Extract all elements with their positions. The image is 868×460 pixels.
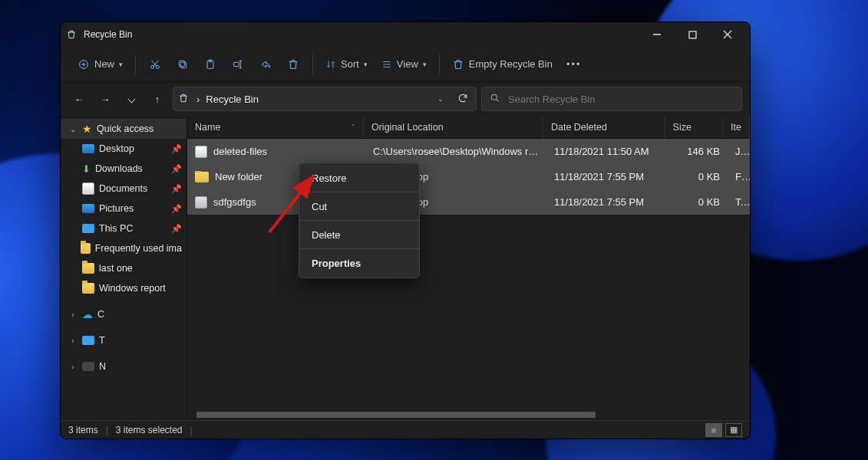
sidebar-item-label: T: [99, 335, 105, 346]
cell-size: 146 KB: [669, 146, 728, 157]
col-type[interactable]: Ite: [723, 116, 750, 138]
cell-name: sdfgsdfgs: [213, 196, 256, 208]
more-button[interactable]: •••: [560, 51, 588, 77]
forward-button[interactable]: →: [94, 88, 116, 110]
chevron-down-icon: ▾: [423, 61, 427, 68]
rename-button[interactable]: [225, 51, 251, 77]
sidebar-item-label: N: [99, 361, 106, 372]
ctx-properties[interactable]: Properties: [299, 251, 419, 274]
horizontal-scrollbar[interactable]: [187, 409, 750, 420]
recent-button[interactable]: [120, 88, 142, 110]
sort-label: Sort: [341, 58, 359, 70]
cell-loc: C:\Users\rosee\Desktop\Windows report\..…: [365, 146, 546, 157]
delete-button[interactable]: [280, 51, 306, 77]
desktop-icon: [82, 144, 94, 153]
pc-icon: [82, 336, 94, 345]
table-row[interactable]: sdfgsdfgs see\Desktop 11/18/2021 7:55 PM…: [187, 189, 750, 215]
sidebar-item-label: Downloads: [95, 163, 143, 174]
col-location[interactable]: Original Location: [364, 116, 543, 138]
view-button[interactable]: View ▾: [375, 51, 433, 77]
chevron-right-icon: ›: [68, 363, 78, 371]
empty-label: Empty Recycle Bin: [469, 58, 553, 70]
back-button[interactable]: ←: [68, 88, 90, 110]
copy-button[interactable]: [170, 51, 196, 77]
col-size[interactable]: Size: [665, 116, 723, 138]
cell-type: Te: [728, 196, 750, 208]
sidebar-item-desktop[interactable]: Desktop📌: [61, 139, 186, 159]
cell-date: 11/18/2021 7:55 PM: [546, 196, 669, 208]
status-selected: 3 items selected: [116, 425, 183, 435]
svg-rect-1: [689, 31, 696, 38]
empty-recycle-bin-button[interactable]: Empty Recycle Bin: [446, 51, 559, 77]
paste-button[interactable]: [197, 51, 223, 77]
sidebar-item-drive[interactable]: ›T: [61, 330, 186, 350]
cell-type: JP: [728, 146, 750, 157]
col-date[interactable]: Date Deleted: [543, 116, 665, 138]
table-row[interactable]: New folder see\Desktop 11/18/2021 7:55 P…: [187, 164, 750, 189]
svg-rect-12: [179, 61, 184, 66]
sidebar-item-pictures[interactable]: Pictures📌: [61, 199, 186, 219]
sidebar-item-documents[interactable]: Documents📌: [61, 179, 186, 199]
search-box[interactable]: [481, 87, 742, 111]
pin-icon: 📌: [171, 204, 182, 214]
thumbnails-view-button[interactable]: ▦: [725, 423, 742, 437]
sidebar-item-label: Documents: [99, 183, 147, 194]
sidebar-item-folder[interactable]: last one: [61, 258, 186, 278]
status-bar: 3 items | 3 items selected | ≡ ▦: [61, 420, 750, 439]
folder-icon: [82, 263, 94, 274]
minimize-button[interactable]: [639, 22, 675, 47]
ctx-restore[interactable]: Restore: [299, 166, 419, 189]
recycle-bin-icon: [178, 93, 190, 105]
chevron-down-icon: ▾: [119, 61, 123, 68]
ctx-cut[interactable]: Cut: [299, 195, 419, 218]
chevron-down-icon[interactable]: ⌄: [437, 95, 444, 103]
cell-name: New folder: [215, 171, 262, 182]
sidebar-item-label: last one: [99, 263, 133, 274]
cell-date: 11/18/2021 7:55 PM: [546, 171, 669, 182]
chevron-down-icon: ⌄: [68, 125, 78, 133]
share-button[interactable]: [252, 51, 279, 77]
maximize-button[interactable]: [675, 22, 710, 47]
sidebar-item-onedrive[interactable]: ›☁C: [61, 304, 186, 324]
sidebar-item-quick-access[interactable]: ⌄ ★ Quick access: [61, 119, 186, 139]
sidebar-item-network[interactable]: ›N: [61, 356, 186, 376]
chevron-right-icon: ›: [68, 337, 78, 345]
close-button[interactable]: [710, 22, 745, 47]
cut-button[interactable]: [142, 51, 168, 77]
cell-date: 11/18/2021 11:50 AM: [546, 146, 669, 157]
file-icon: [195, 196, 207, 209]
sidebar-item-label: This PC: [99, 223, 133, 234]
svg-rect-15: [234, 62, 239, 66]
sidebar-item-label: C: [97, 309, 104, 320]
address-bar[interactable]: › Recycle Bin ⌄: [173, 87, 477, 111]
recycle-bin-icon: [65, 28, 78, 41]
network-icon: [82, 362, 94, 371]
sort-button[interactable]: Sort ▾: [319, 51, 374, 77]
sidebar-item-label: Frequently used ima: [95, 243, 182, 254]
sidebar-item-folder[interactable]: Frequently used ima: [61, 238, 186, 258]
refresh-button[interactable]: [457, 93, 468, 106]
titlebar: Recycle Bin: [61, 22, 750, 47]
details-view-button[interactable]: ≡: [705, 423, 722, 437]
cell-size: 0 KB: [669, 171, 728, 182]
sidebar-item-folder[interactable]: Windows report: [61, 278, 186, 298]
up-button[interactable]: ↑: [147, 88, 168, 110]
context-menu: Restore Cut Delete Properties: [299, 163, 420, 278]
svg-rect-11: [180, 62, 186, 67]
sidebar-item-downloads[interactable]: ⬇Downloads📌: [61, 159, 186, 179]
search-input[interactable]: [508, 94, 734, 105]
new-button[interactable]: New ▾: [71, 51, 129, 77]
folder-icon: [81, 243, 91, 254]
breadcrumb[interactable]: Recycle Bin: [206, 94, 259, 105]
sidebar-item-label: Windows report: [99, 283, 166, 294]
col-name[interactable]: Name˄: [187, 116, 364, 138]
sidebar-item-this-pc[interactable]: This PC📌: [61, 219, 186, 238]
document-icon: [82, 182, 94, 195]
table-row[interactable]: deleted-files C:\Users\rosee\Desktop\Win…: [187, 139, 750, 164]
ctx-delete[interactable]: Delete: [299, 223, 419, 246]
folder-icon: [195, 172, 209, 182]
star-icon: ★: [82, 123, 92, 135]
sidebar-item-label: Pictures: [99, 203, 134, 214]
sidebar-item-label: Desktop: [99, 143, 134, 154]
file-icon: [195, 146, 207, 158]
